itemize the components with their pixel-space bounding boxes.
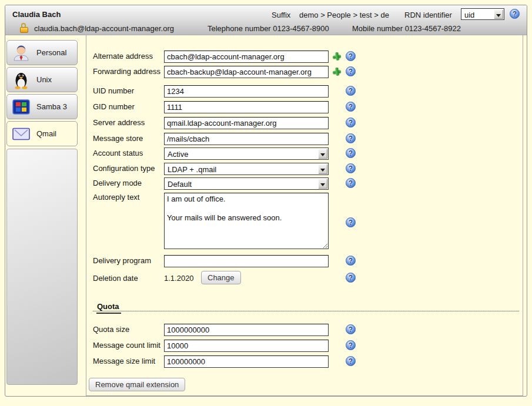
tab-samba3-label: Samba 3 xyxy=(36,102,67,111)
suffix-breadcrumb: demo > People > test > de xyxy=(299,11,389,19)
delivery-mode-label: Delivery mode xyxy=(93,179,142,187)
help-icon[interactable] xyxy=(346,163,356,173)
suffix-label: Suffix xyxy=(272,11,290,19)
help-icon[interactable] xyxy=(346,102,356,112)
gid-number-label: GID number xyxy=(93,102,135,111)
telephone-label: Telephone number xyxy=(208,24,271,33)
chevron-down-icon[interactable] xyxy=(318,149,327,159)
help-icon[interactable] xyxy=(346,51,356,61)
delivery-program-label: Delivery program xyxy=(93,256,151,265)
tab-personal[interactable]: Personal xyxy=(6,40,78,65)
tab-unix-label: Unix xyxy=(36,75,52,84)
delivery-mode-select[interactable]: Default xyxy=(164,177,329,190)
quota-size-label: Quota size xyxy=(93,325,129,334)
page: Claudia Bach Suffix demo > People > test… xyxy=(0,0,532,406)
message-size-limit-input[interactable] xyxy=(164,355,329,368)
user-email: claudia.bach@ldap-account-manager.org xyxy=(34,24,174,33)
remove-qmail-extension-button[interactable]: Remove qmail extension xyxy=(89,378,185,391)
account-edit-window: Claudia Bach Suffix demo > People > test… xyxy=(5,5,527,397)
add-alternate-address-icon[interactable] xyxy=(332,51,342,62)
lock-icon[interactable] xyxy=(19,23,29,33)
account-status-select[interactable]: Active xyxy=(164,147,329,160)
chevron-down-icon[interactable] xyxy=(318,164,327,174)
message-store-input[interactable] xyxy=(164,133,329,145)
help-icon[interactable] xyxy=(346,324,356,334)
account-status-label: Account status xyxy=(93,149,143,157)
forwarding-address-label: Forwarding address xyxy=(93,67,160,76)
help-icon[interactable] xyxy=(346,148,356,158)
deletion-date-label: Deletion date xyxy=(93,274,138,283)
deletion-date-value: 1.1.2020 xyxy=(164,274,194,283)
add-forwarding-address-icon[interactable] xyxy=(332,66,342,77)
chevron-down-icon[interactable] xyxy=(494,9,503,19)
configuration-type-value: LDAP + .qmail xyxy=(168,165,216,174)
help-icon[interactable] xyxy=(346,118,356,127)
help-icon[interactable] xyxy=(346,273,356,283)
help-icon[interactable] xyxy=(346,178,356,188)
tab-samba3[interactable]: Samba 3 xyxy=(6,94,78,119)
quota-size-input[interactable] xyxy=(164,324,329,336)
person-icon xyxy=(12,43,31,62)
forwarding-address-input[interactable] xyxy=(164,66,329,78)
telephone-info: Telephone number 0123-4567-8900 xyxy=(208,24,329,33)
delivery-mode-value: Default xyxy=(168,180,192,189)
message-count-limit-input[interactable] xyxy=(164,340,329,352)
mobile-value: 0123-4567-8922 xyxy=(405,24,461,33)
help-icon[interactable] xyxy=(346,340,356,350)
help-icon[interactable] xyxy=(346,256,356,266)
rdn-identifier-value: uid xyxy=(464,11,474,19)
quota-section-divider: Quota xyxy=(93,301,519,311)
autoreply-textarea[interactable]: I am out of office. Your mails will be a… xyxy=(164,193,329,249)
telephone-value: 0123-4567-8900 xyxy=(273,24,329,33)
account-status-value: Active xyxy=(168,150,188,159)
server-address-input[interactable] xyxy=(164,117,329,129)
page-title: Claudia Bach xyxy=(12,10,61,19)
change-deletion-date-button[interactable]: Change xyxy=(201,271,241,284)
server-address-label: Server address xyxy=(93,118,145,127)
uid-number-label: UID number xyxy=(93,86,134,95)
mobile-info: Mobile number 0123-4567-8922 xyxy=(352,24,461,33)
alternate-address-input[interactable] xyxy=(164,51,329,63)
help-icon[interactable] xyxy=(510,9,520,19)
windows-icon xyxy=(12,98,31,116)
gid-number-input[interactable] xyxy=(164,101,329,113)
penguin-icon xyxy=(12,71,31,89)
help-icon[interactable] xyxy=(346,133,356,143)
help-icon[interactable] xyxy=(346,66,356,76)
help-icon[interactable] xyxy=(346,356,356,366)
help-icon[interactable] xyxy=(346,217,356,227)
delivery-program-input[interactable] xyxy=(164,255,329,267)
tab-qmail-label: Qmail xyxy=(36,129,56,138)
account-header: Claudia Bach Suffix demo > People > test… xyxy=(5,5,527,35)
message-store-label: Message store xyxy=(93,134,143,143)
tab-unix[interactable]: Unix xyxy=(6,67,78,92)
configuration-type-select[interactable]: LDAP + .qmail xyxy=(164,163,329,175)
tab-personal-label: Personal xyxy=(36,48,66,57)
quota-section-heading: Quota xyxy=(96,302,121,314)
sidebar-filler xyxy=(6,149,78,385)
envelope-icon xyxy=(12,125,31,143)
help-icon[interactable] xyxy=(346,86,356,96)
configuration-type-label: Configuration type xyxy=(93,164,155,173)
message-count-limit-label: Message count limit xyxy=(93,341,160,350)
rdn-identifier-select[interactable]: uid xyxy=(461,8,504,20)
message-size-limit-label: Message size limit xyxy=(93,357,155,365)
autoreply-text-label: Autoreply text xyxy=(93,193,140,202)
mobile-label: Mobile number xyxy=(352,24,403,33)
rdn-identifier-label: RDN identifier xyxy=(404,11,452,19)
chevron-down-icon[interactable] xyxy=(318,179,327,189)
alternate-address-label: Alternate address xyxy=(93,52,153,61)
tab-qmail[interactable]: Qmail xyxy=(6,121,78,146)
uid-number-input[interactable] xyxy=(164,85,329,98)
